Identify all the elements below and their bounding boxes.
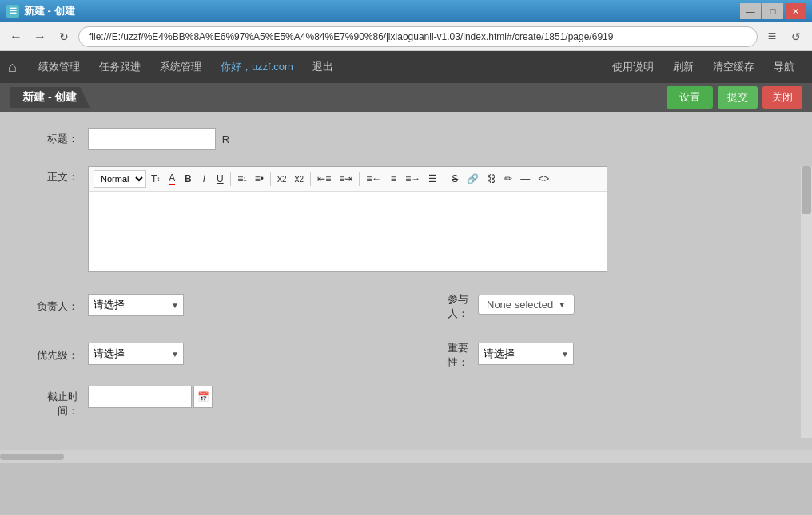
h-scrollbar-thumb — [0, 454, 64, 460]
responsible-select-wrapper: 请选择 ▼ — [88, 294, 184, 316]
calendar-icon: 📅 — [197, 391, 209, 402]
vertical-scrollbar[interactable] — [801, 166, 812, 438]
nav-right: 使用说明 刷新 清空缓存 导航 — [603, 51, 804, 83]
close-button[interactable]: 关闭 — [762, 86, 802, 109]
superscript-icon[interactable]: x2 — [292, 170, 308, 188]
nav-item-user: 你好，uzzf.com — [211, 51, 303, 83]
align-center-icon[interactable]: ≡ — [386, 170, 400, 188]
settings-button[interactable]: 设置 — [667, 86, 713, 109]
priority-col: 优先级： 请选择 ▼ — [32, 343, 382, 365]
forward-button[interactable]: → — [30, 27, 50, 46]
unlink-icon[interactable]: ⛓ — [484, 170, 500, 188]
browser-menu-button[interactable]: ≡ — [762, 28, 782, 45]
window-title: 新建 - 创建 — [24, 4, 75, 18]
hr-icon[interactable]: — — [517, 170, 533, 188]
nav-item-help[interactable]: 使用说明 — [603, 51, 663, 83]
priority-importance-row: 优先级： 请选择 ▼ 重要性： 请选择 ▼ — [32, 337, 780, 370]
bold-icon[interactable]: B — [181, 170, 195, 188]
title-input[interactable] — [88, 128, 216, 150]
responsible-participants-row: 负责人： 请选择 ▼ 参与人： None selected ▼ — [32, 288, 780, 321]
body-row: 正文： Normal T↕ A B I U ≡1 ≡• — [32, 166, 780, 272]
main-wrapper: 新建 - 创建 设置 提交 关闭 标题： R 正文： Normal — [0, 83, 812, 450]
nav-item-performance[interactable]: 绩效管理 — [29, 51, 90, 83]
priority-select-wrapper: 请选择 ▼ — [88, 343, 184, 365]
page-header-actions: 设置 提交 关闭 — [667, 86, 802, 109]
back-button[interactable]: ← — [6, 27, 26, 46]
reload-button[interactable]: ↻ — [54, 27, 74, 46]
window-controls: — □ ✕ — [740, 3, 806, 19]
deadline-field: 📅 — [88, 386, 780, 408]
font-color-icon[interactable]: A — [165, 170, 179, 188]
responsible-label: 负责人： — [32, 295, 88, 314]
strikethrough-icon[interactable]: S — [448, 170, 462, 188]
scrollbar-thumb — [802, 166, 811, 214]
editor-container: Normal T↕ A B I U ≡1 ≡• x2 x2 — [88, 166, 607, 272]
window-close-button[interactable]: ✕ — [785, 3, 806, 19]
nav-item-refresh[interactable]: 刷新 — [663, 51, 703, 83]
outdent-icon[interactable]: ⇤≡ — [314, 170, 334, 188]
responsible-col: 负责人： 请选择 ▼ — [32, 294, 382, 316]
form-area: 标题： R 正文： Normal T↕ A B I — [0, 112, 812, 450]
divider-5 — [444, 172, 444, 186]
window-icon: ☰ — [6, 5, 19, 18]
title-field: R — [88, 128, 780, 150]
nav-item-tasks[interactable]: 任务跟进 — [90, 51, 150, 83]
style-select[interactable]: Normal — [94, 170, 146, 188]
page-header-title: 新建 - 创建 — [10, 87, 90, 108]
nav-item-navigation[interactable]: 导航 — [764, 51, 804, 83]
calendar-button[interactable]: 📅 — [193, 386, 213, 408]
importance-select[interactable]: 请选择 — [478, 343, 574, 365]
underline-icon[interactable]: U — [213, 170, 227, 188]
divider-4 — [359, 172, 360, 186]
ol-icon[interactable]: ≡1 — [234, 170, 249, 188]
eraser-icon[interactable]: ✏ — [501, 170, 515, 188]
importance-col: 重要性： 请选择 ▼ — [430, 337, 780, 370]
page-header: 新建 - 创建 设置 提交 关闭 — [0, 83, 812, 112]
priority-select[interactable]: 请选择 — [88, 343, 184, 365]
priority-label: 优先级： — [32, 344, 88, 362]
subscript-icon[interactable]: x2 — [274, 170, 290, 188]
body-field: Normal T↕ A B I U ≡1 ≡• x2 x2 — [88, 166, 780, 272]
window-titlebar: ☰ 新建 - 创建 — □ ✕ — [0, 0, 812, 22]
submit-button[interactable]: 提交 — [718, 86, 758, 109]
deadline-row: 截止时间： 📅 — [32, 386, 780, 418]
browser-refresh-button[interactable]: ↺ — [786, 27, 806, 46]
nav-item-system[interactable]: 系统管理 — [150, 51, 211, 83]
responsible-select[interactable]: 请选择 — [88, 294, 184, 316]
none-selected-text: None selected — [487, 299, 553, 311]
source-icon[interactable]: <> — [535, 170, 552, 188]
link-icon[interactable]: 🔗 — [464, 170, 482, 188]
importance-select-wrapper: 请选择 ▼ — [478, 343, 574, 365]
editor-body[interactable] — [89, 192, 607, 271]
divider-3 — [310, 172, 311, 186]
body-label: 正文： — [32, 166, 88, 184]
deadline-input[interactable] — [88, 386, 192, 408]
address-bar[interactable] — [78, 26, 758, 47]
horizontal-scrollbar[interactable] — [0, 450, 812, 463]
deadline-label: 截止时间： — [32, 386, 88, 418]
nav-item-clear-cache[interactable]: 清空缓存 — [703, 51, 764, 83]
editor-toolbar: Normal T↕ A B I U ≡1 ≡• x2 x2 — [89, 167, 607, 192]
divider-1 — [230, 172, 231, 186]
nav-item-logout[interactable]: 退出 — [303, 51, 343, 83]
participants-label: 参与人： — [430, 288, 478, 321]
browser-toolbar: ← → ↻ ≡ ↺ — [0, 22, 812, 51]
minimize-button[interactable]: — — [740, 3, 761, 19]
title-label: 标题： — [32, 128, 88, 146]
participants-dropdown[interactable]: None selected ▼ — [478, 295, 575, 315]
title-row: 标题： R — [32, 128, 780, 150]
indent-icon[interactable]: ≡⇥ — [336, 170, 356, 188]
h-scrollbar-track — [0, 454, 812, 460]
align-right-icon[interactable]: ≡→ — [402, 170, 424, 188]
ul-icon[interactable]: ≡• — [252, 170, 267, 188]
maximize-button[interactable]: □ — [762, 3, 783, 19]
home-icon[interactable]: ⌂ — [8, 59, 17, 76]
align-left-icon[interactable]: ≡← — [363, 170, 384, 188]
font-size-icon[interactable]: T↕ — [148, 170, 163, 188]
participants-col: 参与人： None selected ▼ — [430, 288, 780, 321]
app-nav: ⌂ 绩效管理 任务跟进 系统管理 你好，uzzf.com 退出 使用说明 刷新 … — [0, 51, 812, 83]
divider-2 — [270, 172, 271, 186]
title-required-marker: R — [222, 133, 229, 145]
italic-icon[interactable]: I — [197, 170, 211, 188]
justify-icon[interactable]: ☰ — [425, 170, 440, 188]
